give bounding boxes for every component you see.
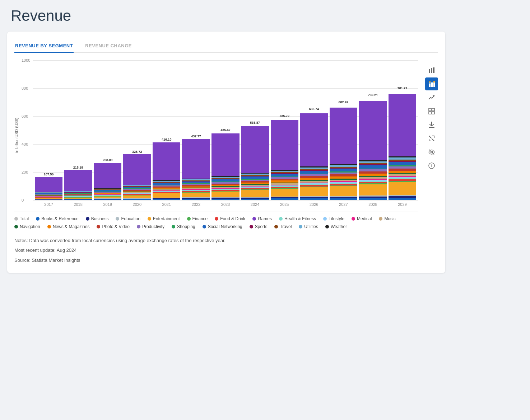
- trend-button[interactable]: [425, 91, 438, 104]
- legend-label: Shopping: [177, 224, 195, 229]
- bar-stack-2023[interactable]: [211, 132, 239, 200]
- bar-segment: [330, 169, 357, 171]
- bar-segment: [241, 199, 269, 200]
- svg-rect-13: [432, 112, 434, 114]
- bar-stack-2020[interactable]: [123, 154, 151, 200]
- legend-dot: [203, 225, 206, 228]
- legend-item-travel[interactable]: Travel: [274, 224, 292, 229]
- svg-rect-2: [433, 67, 434, 73]
- bar-segment: [389, 198, 416, 200]
- bar-segment: [153, 193, 180, 197]
- bar-total-2018: 215.18: [73, 166, 83, 169]
- download-button[interactable]: [425, 118, 438, 131]
- legend-label: Finance: [192, 216, 208, 221]
- legend-dot: [36, 217, 39, 221]
- bar-segment: [359, 101, 387, 160]
- bar-segment: [35, 177, 62, 192]
- legend-item-photo-&-video[interactable]: Photo & Video: [97, 224, 130, 229]
- legend-dot: [279, 217, 283, 221]
- legend-item-lifestyle[interactable]: Lifestyle: [323, 216, 344, 221]
- legend-label: Sports: [255, 224, 268, 229]
- legend-label: Lifestyle: [329, 216, 344, 221]
- bar-stack-2017[interactable]: [35, 177, 62, 200]
- page-title: Revenue: [7, 7, 523, 24]
- bar-segment: [359, 165, 387, 169]
- legend-dot: [47, 225, 51, 228]
- bar-stack-2022[interactable]: [182, 139, 210, 200]
- bar-total-2023: 485.47: [220, 128, 231, 132]
- bar-segment: [300, 198, 328, 200]
- bar-total-2024: 535.87: [250, 121, 260, 124]
- legend-item-navigation[interactable]: Navigation: [14, 224, 40, 229]
- bar-stack-2026[interactable]: [300, 112, 328, 200]
- stacked-bar-button[interactable]: [425, 77, 438, 90]
- bar-segment: [64, 199, 92, 200]
- bar-segment: [182, 193, 210, 198]
- bar-total-2026: 633.74: [309, 107, 319, 111]
- legend-dot: [86, 217, 89, 221]
- visibility-button[interactable]: [425, 146, 438, 159]
- legend-item-total[interactable]: Total: [14, 216, 29, 221]
- bar-chart-button[interactable]: [425, 64, 438, 77]
- bar-segment: [359, 174, 387, 176]
- legend-dot: [215, 217, 218, 221]
- bar-stack-2021[interactable]: [153, 142, 180, 200]
- legend-item-weather[interactable]: Weather: [325, 224, 347, 229]
- legend-item-business[interactable]: Business: [86, 216, 109, 221]
- legend-item-music[interactable]: Music: [379, 216, 395, 221]
- bar-stack-2025[interactable]: [271, 118, 298, 200]
- bar-stack-2024[interactable]: [241, 125, 269, 200]
- legend-label: Medical: [357, 216, 372, 221]
- bar-group-2025: 585.72: [271, 114, 298, 200]
- bar-segment: [153, 199, 180, 200]
- grid-button[interactable]: [425, 105, 438, 118]
- chart-legend: TotalBooks & ReferenceBusinessEducationE…: [14, 212, 418, 229]
- notes-line2: Most recent update: Aug 2024: [14, 246, 438, 254]
- legend-item-sports[interactable]: Sports: [250, 224, 268, 229]
- legend-item-entertainment[interactable]: Entertainment: [148, 216, 180, 221]
- legend-item-education[interactable]: Education: [116, 216, 140, 221]
- bar-group-2022: 437.77: [182, 135, 210, 200]
- legend-item-games[interactable]: Games: [252, 216, 272, 221]
- legend-item-books-&-reference[interactable]: Books & Reference: [36, 216, 78, 221]
- legend-label: Photo & Video: [102, 224, 130, 229]
- legend-item-finance[interactable]: Finance: [187, 216, 208, 221]
- bar-stack-2029[interactable]: [389, 91, 416, 200]
- legend-item-food-&-drink[interactable]: Food & Drink: [215, 216, 245, 221]
- legend-item-social-networking[interactable]: Social Networking: [203, 224, 242, 229]
- legend-label: Social Networking: [208, 224, 242, 229]
- legend-item-productivity[interactable]: Productivity: [137, 224, 164, 229]
- bar-stack-2019[interactable]: [94, 162, 121, 200]
- tab-revenue-by-segment[interactable]: REVENUE BY SEGMENT: [14, 40, 74, 53]
- expand-button[interactable]: [425, 132, 438, 145]
- legend-item-news-&-magazines[interactable]: News & Magazines: [47, 224, 90, 229]
- bar-segment: [35, 200, 62, 200]
- bar-total-2020: 328.72: [132, 150, 142, 154]
- info-button[interactable]: i: [425, 159, 438, 172]
- legend-dot: [97, 225, 100, 228]
- y-label-400: 400: [22, 142, 28, 146]
- bar-stack-2018[interactable]: [64, 170, 92, 200]
- bar-segment: [359, 184, 387, 195]
- svg-text:i: i: [431, 164, 432, 168]
- legend-dot: [187, 217, 191, 221]
- legend-item-health-&-fitness[interactable]: Health & Fitness: [279, 216, 316, 221]
- bar-total-2019: 268.09: [103, 158, 113, 162]
- y-axis-label: in billion USD (US$): [14, 64, 19, 207]
- bar-group-2028: 732.21: [359, 93, 387, 200]
- x-label-2019: 2019: [94, 201, 121, 207]
- bar-segment: [330, 198, 357, 200]
- legend-item-shopping[interactable]: Shopping: [172, 224, 195, 229]
- x-label-2018: 2018: [64, 201, 92, 207]
- tab-revenue-change[interactable]: REVENUE CHANGE: [84, 40, 132, 53]
- x-label-2028: 2028: [359, 201, 387, 207]
- bar-segment: [241, 126, 269, 173]
- legend-item-medical[interactable]: Medical: [352, 216, 372, 221]
- legend-label: Food & Drink: [220, 216, 245, 221]
- bar-segment: [211, 192, 239, 197]
- bar-stack-2028[interactable]: [359, 98, 387, 200]
- bar-group-2024: 535.87: [241, 121, 269, 200]
- legend-label: Music: [384, 216, 395, 221]
- legend-item-utilities[interactable]: Utilities: [299, 224, 318, 229]
- bar-stack-2027[interactable]: [330, 105, 357, 200]
